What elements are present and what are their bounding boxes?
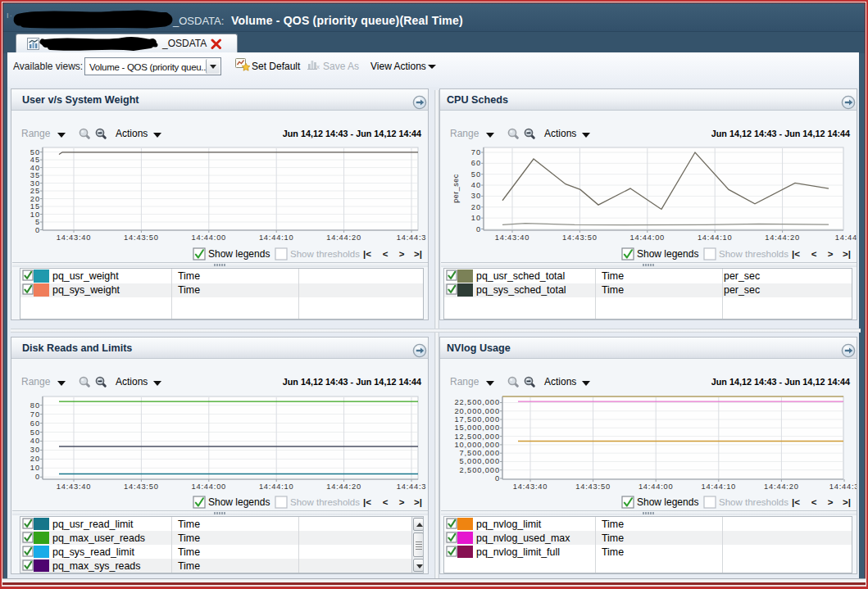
svg-text:2,500,000: 2,500,000 <box>460 466 500 474</box>
svg-text:>: > <box>828 249 834 259</box>
svg-text:40: 40 <box>471 181 481 189</box>
svg-text:<: < <box>811 249 817 259</box>
svg-text:70: 70 <box>471 148 481 156</box>
svg-text:0: 0 <box>476 225 481 233</box>
svg-text:7,500,000: 7,500,000 <box>460 449 500 457</box>
svg-text:Show legends: Show legends <box>637 248 698 260</box>
svg-text:14:43:40: 14:43:40 <box>513 483 548 491</box>
svg-text:14:44:20: 14:44:20 <box>764 483 799 491</box>
svg-text:14:44:20: 14:44:20 <box>765 233 800 242</box>
svg-text:>: > <box>399 497 405 507</box>
svg-text:10,000,000: 10,000,000 <box>454 441 500 449</box>
svg-text:60: 60 <box>30 419 40 428</box>
svg-text:30: 30 <box>30 179 40 188</box>
svg-text:0: 0 <box>495 474 500 483</box>
svg-text:14:43:50: 14:43:50 <box>124 483 159 491</box>
svg-text:5,000,000: 5,000,000 <box>460 457 500 465</box>
svg-text:.: . <box>10 10 12 18</box>
svg-text:>|: >| <box>843 497 851 507</box>
svg-text:50: 50 <box>471 170 481 179</box>
svg-text:45: 45 <box>30 156 40 164</box>
svg-text:30: 30 <box>471 192 481 200</box>
svg-text:<: < <box>383 249 389 259</box>
svg-text:40: 40 <box>30 437 40 445</box>
svg-text:<: < <box>383 497 389 507</box>
svg-text:|<: |< <box>363 249 371 259</box>
svg-text:50: 50 <box>30 428 40 437</box>
svg-text:Show thresholds: Show thresholds <box>719 497 788 507</box>
svg-text:10: 10 <box>471 214 481 222</box>
svg-text:5: 5 <box>35 218 40 226</box>
svg-text:20: 20 <box>30 455 40 463</box>
svg-text:20: 20 <box>30 195 40 203</box>
svg-text:25: 25 <box>30 187 40 195</box>
svg-text:I: I <box>7 11 9 20</box>
svg-text:<: < <box>811 497 817 507</box>
svg-text:20,000,000: 20,000,000 <box>454 407 500 415</box>
svg-text:70: 70 <box>30 410 40 419</box>
svg-text:14:44:10: 14:44:10 <box>259 483 294 491</box>
svg-text:Show legends: Show legends <box>637 496 698 508</box>
svg-text:14:43:50: 14:43:50 <box>562 233 598 242</box>
svg-text:14:43:40: 14:43:40 <box>57 233 92 242</box>
svg-text:12,500,000: 12,500,000 <box>454 433 500 441</box>
svg-text:14:44:10: 14:44:10 <box>702 483 737 491</box>
svg-text:10: 10 <box>30 464 40 472</box>
svg-text:|<: |< <box>363 497 371 507</box>
svg-text:14:43:50: 14:43:50 <box>575 483 611 491</box>
svg-text:x: x <box>316 63 320 70</box>
svg-text:14:44:3: 14:44:3 <box>397 483 427 491</box>
svg-text:14:43:40: 14:43:40 <box>57 483 92 491</box>
svg-text:40: 40 <box>30 164 40 172</box>
svg-text:|<: |< <box>792 249 800 259</box>
svg-text:14:43:40: 14:43:40 <box>495 233 530 242</box>
svg-text:14:44:3: 14:44:3 <box>397 233 427 242</box>
svg-text:17,500,000: 17,500,000 <box>454 415 500 424</box>
svg-text:>|: >| <box>843 249 851 259</box>
svg-text:14:44:3: 14:44:3 <box>829 483 857 491</box>
svg-text:14:43:50: 14:43:50 <box>124 233 159 242</box>
svg-text:Show legends: Show legends <box>208 248 270 260</box>
svg-text:80: 80 <box>30 401 40 410</box>
svg-text:0: 0 <box>35 473 40 481</box>
svg-text:14:44:00: 14:44:00 <box>639 483 674 491</box>
svg-text:22,500,000: 22,500,000 <box>454 398 500 406</box>
svg-text:35: 35 <box>30 171 40 179</box>
svg-text:per_sec: per_sec <box>452 174 460 203</box>
svg-text:50: 50 <box>30 148 40 156</box>
svg-text:14:44:20: 14:44:20 <box>326 483 361 491</box>
svg-text:20: 20 <box>471 203 481 211</box>
svg-text:Show legends: Show legends <box>208 496 270 508</box>
svg-text:14:44:00: 14:44:00 <box>192 483 227 491</box>
svg-text:15,000,000: 15,000,000 <box>454 424 500 432</box>
svg-text:10: 10 <box>30 211 40 219</box>
svg-text:30: 30 <box>30 446 40 454</box>
svg-text:>|: >| <box>414 249 422 259</box>
svg-text:|<: |< <box>792 497 800 507</box>
svg-text:>|: >| <box>414 497 422 507</box>
svg-text:14:44:00: 14:44:00 <box>192 233 227 242</box>
svg-text:15: 15 <box>30 202 40 211</box>
svg-text:14:44:20: 14:44:20 <box>326 233 361 242</box>
svg-text:14:44:00: 14:44:00 <box>630 233 666 242</box>
svg-text:>: > <box>828 497 834 507</box>
svg-text:>: > <box>399 249 405 259</box>
svg-text:Show thresholds: Show thresholds <box>290 249 360 259</box>
svg-text:Show thresholds: Show thresholds <box>719 249 788 259</box>
svg-text:14:44:3: 14:44:3 <box>835 233 857 242</box>
svg-text:14:44:10: 14:44:10 <box>259 233 294 242</box>
svg-text:0: 0 <box>35 226 40 234</box>
svg-text:Show thresholds: Show thresholds <box>290 497 360 507</box>
svg-text:14:44:10: 14:44:10 <box>698 233 733 242</box>
svg-text:60: 60 <box>471 159 481 167</box>
